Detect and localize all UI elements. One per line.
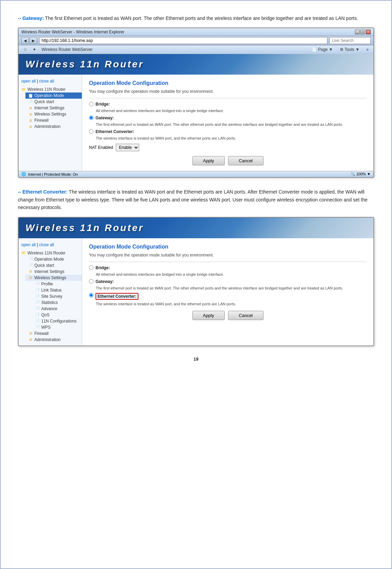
sidebar-item-admin-2[interactable]: ⊞ Administration — [25, 337, 82, 343]
toolbar-site-label: Wireless Router WebServer — [40, 46, 95, 53]
cancel-button-1[interactable]: Cancel — [228, 156, 263, 165]
sidebar-wireless-label-2: Wireless Settings — [34, 275, 66, 280]
router-folder-icon-1: 📁 — [21, 87, 26, 92]
sidebar-item-qos-2[interactable]: 📄 QoS — [32, 312, 82, 318]
status-text-1: Internet | Protected Mode: On — [28, 172, 78, 176]
toolbar-extend[interactable]: » — [364, 46, 371, 53]
folder-icon-internet-2: ⊞ — [28, 269, 33, 274]
sidebar-item-site-survey-2[interactable]: 📄 Site Survey — [32, 293, 82, 299]
radio-group-2: Bridge: All ethernet and wireless interf… — [89, 265, 367, 306]
feeds-icon[interactable]: ✦ — [31, 46, 38, 53]
ethernet-label-1: Ethernet Converter: — [96, 129, 134, 134]
bridge-radio-1[interactable] — [89, 102, 93, 106]
folder-icon-admin-2: ⊞ — [28, 337, 33, 342]
url-field-1[interactable] — [39, 37, 327, 44]
nat-label-1: NAT Enabled — [89, 145, 113, 150]
bridge-row-1: Bridge: — [89, 102, 367, 107]
nat-select-1[interactable]: Enable — [116, 144, 139, 151]
gateway-radio-1[interactable] — [89, 116, 93, 120]
browser-window-1: Wireless Router WebServer - Windows Inte… — [18, 28, 374, 178]
ethernet-radio-2[interactable] — [89, 293, 93, 297]
sidebar-item-router-1[interactable]: 📁 Wireless 11N Router — [19, 86, 82, 92]
sidebar-advance-label-2: Advance — [41, 306, 57, 311]
sidebar-item-firewall-1[interactable]: ⊞ Firewall — [25, 117, 82, 123]
gateway-radio-2[interactable] — [89, 279, 93, 284]
browser-body-2: open all | close all 📁 Wireless 11N Rout… — [19, 238, 373, 346]
back-button-1[interactable]: ◀ — [21, 37, 29, 44]
cancel-button-2[interactable]: Cancel — [228, 311, 263, 320]
sidebar-open-all-2[interactable]: open all — [21, 242, 36, 247]
router-banner-1: Wireless 11n Router — [19, 54, 373, 75]
forward-button-1[interactable]: ▶ — [30, 37, 37, 44]
tools-menu[interactable]: ⚙ Tools ▼ — [338, 46, 361, 53]
sidebar-close-all-2[interactable]: close all — [39, 242, 54, 247]
router-banner-title-1: Wireless 11n Router — [25, 59, 144, 70]
search-field-1[interactable] — [329, 37, 371, 44]
sidebar-item-profile-2[interactable]: 📄 Profile — [32, 281, 82, 287]
sidebar-item-quick-start-1[interactable]: 📄 Quick start — [25, 99, 82, 105]
sidebar-router-label-1: Wireless 11N Router — [27, 87, 66, 92]
sidebar-links-1: open all | close all — [19, 77, 82, 86]
sidebar-item-link-status-2[interactable]: 📄 Link Status — [32, 287, 82, 293]
page-icon-profile-2: 📄 — [35, 282, 40, 286]
sidebar-wireless-label-1: Wireless Settings — [34, 112, 66, 117]
sidebar-1: open all | close all 📁 Wireless 11N Rout… — [19, 75, 82, 171]
maximize-button-1[interactable]: □ — [360, 30, 365, 34]
sidebar-item-firewall-2[interactable]: ⊞ Firewall — [25, 330, 82, 337]
folder-icon-wireless-1: ⊞ — [28, 112, 33, 117]
bridge-radio-2[interactable] — [89, 265, 93, 270]
sidebar-item-wireless-2[interactable]: ⊟ Wireless Settings — [25, 275, 82, 281]
apply-button-1[interactable]: Apply — [192, 156, 225, 165]
sidebar-item-wps-2[interactable]: 📄 WPS — [32, 324, 82, 330]
sidebar-internet-label-1: Internet Settings — [34, 106, 64, 110]
gateway-label-conf-1: Gateway: — [96, 116, 114, 120]
sidebar-item-statistics-2[interactable]: 📄 Statistics — [32, 299, 82, 306]
sidebar-item-11n-2[interactable]: 📄 11N Configurations — [32, 318, 82, 324]
page-number: 19 — [18, 357, 374, 362]
page-icon-stats-2: 📄 — [35, 300, 40, 305]
sidebar-firewall-label-2: Firewall — [34, 331, 48, 336]
sidebar-quick-start-label-1: Quick start — [34, 99, 54, 104]
sidebar-operation-mode-label-1: Operation Mode — [34, 93, 64, 98]
folder-icon-firewall-2: ⊞ — [28, 331, 33, 336]
sidebar-open-all-1[interactable]: open all — [21, 79, 36, 84]
sidebar-item-wireless-1[interactable]: ⊞ Wireless Settings — [25, 111, 82, 117]
sidebar-item-operation-mode-2[interactable]: 📄 Operation Mode — [25, 256, 82, 262]
close-button-1[interactable]: ✕ — [366, 30, 371, 34]
sidebar-item-router-2[interactable]: 📁 Wireless 11N Router — [19, 250, 82, 256]
browser-controls-1: _ □ ✕ — [355, 30, 371, 34]
status-left-1: 🌐 Internet | Protected Mode: On — [21, 172, 78, 176]
apply-button-2[interactable]: Apply — [192, 311, 225, 320]
folder-icon-admin-1: ⊞ — [28, 124, 33, 129]
page-icon-qs-1: 📄 — [28, 99, 33, 104]
zoom-level-1: 🔍 100% ▼ — [350, 172, 371, 176]
radio-group-1: Bridge: All ethernet and wireless interf… — [89, 102, 367, 140]
folder-icon-wireless-2: ⊟ — [28, 275, 33, 280]
main-content-2: Operation Mode Configuration You may con… — [82, 238, 373, 346]
bridge-label-1: Bridge: — [96, 102, 110, 107]
sidebar-wps-label-2: WPS — [41, 325, 51, 330]
page-icon-op-1: 📄 — [28, 93, 33, 98]
ethernet-section-label: -- Ethernet Converter: — [18, 189, 68, 195]
page-menu[interactable]: 📄 Page ▼ — [310, 46, 335, 53]
sidebar-item-quick-start-2[interactable]: 📄 Quick start — [25, 262, 82, 269]
gateway-desc-1: The first ethernet port is treated as WA… — [89, 122, 367, 127]
minimize-button-1[interactable]: _ — [355, 30, 360, 34]
sidebar-item-operation-mode-1[interactable]: 📄 Operation Mode — [25, 92, 82, 99]
favorites-icon[interactable]: ☆ — [21, 46, 29, 53]
sidebar-item-internet-2[interactable]: ⊞ Internet Settings — [25, 269, 82, 275]
ethernet-radio-1[interactable] — [89, 129, 93, 134]
gateway-label: -- Gateway: — [18, 15, 44, 21]
sidebar-close-all-1[interactable]: close all — [39, 79, 54, 84]
sidebar-2: open all | close all 📁 Wireless 11N Rout… — [19, 238, 82, 346]
gateway-label-conf-2: Gateway: — [96, 279, 114, 284]
sidebar-statistics-label-2: Statistics — [41, 300, 58, 305]
bridge-desc-2: All ethernet and wireless interfaces are… — [89, 272, 367, 276]
router-banner-2: Wireless 11n Router — [19, 218, 373, 238]
sidebar-item-admin-1[interactable]: ⊞ Administration — [25, 123, 82, 130]
divider-1 — [89, 98, 367, 98]
browser-window-2: Wireless 11n Router open all | close all… — [18, 217, 374, 346]
sidebar-item-internet-1[interactable]: ⊞ Internet Settings — [25, 105, 82, 111]
gateway-desc-2: The first ethernet port is treated as WA… — [89, 286, 367, 290]
sidebar-item-advance-2[interactable]: 📄 Advance — [32, 306, 82, 312]
